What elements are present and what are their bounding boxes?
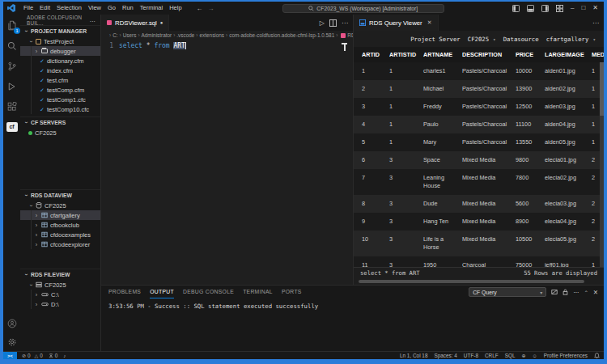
toggle-sidebar-icon[interactable] [512, 5, 520, 12]
qv-more-icon[interactable]: ⋯ [592, 19, 599, 27]
tree-item-datasource[interactable]: › cfbookclub [20, 220, 100, 230]
table-row[interactable]: 83DudeMixed Media5600elecia03.jpg2 [354, 195, 604, 213]
breadcrumb-file[interactable]: ›RDSViewer.sql [334, 32, 353, 38]
errors-warnings[interactable]: ⊘0 △0 [22, 353, 43, 358]
coldfusion-view-icon[interactable]: cf [6, 121, 18, 133]
datasource-select[interactable]: cfartgallery▾ [546, 36, 596, 43]
tab-rdsviewer-sql[interactable]: RDSViewer.sql ● [101, 15, 169, 31]
table-row[interactable]: 103Life is a HorseMixed Media10500elecia… [354, 231, 604, 256]
breadcrumb-item[interactable]: ›extensions [194, 32, 224, 38]
language-status-icon[interactable]: ⊕ [521, 353, 525, 358]
menu-item[interactable]: Help [166, 4, 185, 11]
section-header-rds-dataview[interactable]: ›RDS DATAVIEW [20, 190, 100, 201]
table-row[interactable]: 51MaryPastels/Charcoal13550aiden05.jpg1 [354, 133, 604, 151]
lock-scroll-icon[interactable] [562, 289, 568, 295]
ports-indicator[interactable]: 0 [49, 353, 58, 358]
toggle-panel-icon[interactable] [527, 5, 534, 12]
status-item[interactable]: UTF-8 [464, 353, 478, 358]
output-channel-select[interactable]: CF Query▾ [469, 287, 546, 297]
tree-item-folder-debugger[interactable]: › debugger [20, 46, 100, 56]
column-header[interactable]: ARTID [362, 47, 389, 62]
minimize-button[interactable]: – [571, 2, 574, 15]
status-item[interactable]: Ln 1, Col 18 [400, 353, 427, 358]
column-header[interactable]: LARGEIMAGE [545, 47, 592, 62]
tree-item-datasource[interactable]: › cfcodeexplorer [20, 239, 100, 249]
table-row[interactable]: 73Leaning HouseMixed Media7800elecia02.j… [354, 169, 604, 195]
menu-item[interactable]: Edit [36, 4, 53, 11]
table-row[interactable]: 21MichaelPastels/Charcoal13900aiden02.jp… [354, 80, 604, 98]
tab-rds-query-viewer[interactable]: RDS Query Viewer ✕ [354, 15, 439, 31]
project-server-select[interactable]: CF2025▾ [468, 36, 496, 43]
section-header-rds-fileview[interactable]: ›RDS FILEVIEW [20, 269, 100, 280]
clear-output-icon[interactable] [551, 289, 558, 295]
column-header[interactable]: DESCRIPTION [462, 47, 516, 62]
notifications-bell-icon[interactable] [594, 353, 600, 358]
menu-item[interactable]: Selection [53, 4, 85, 11]
search-view-icon[interactable] [6, 40, 18, 52]
tree-item-file[interactable]: ✓ test.cfm [20, 75, 100, 85]
restore-button[interactable]: □ [581, 2, 585, 15]
nav-back-icon[interactable]: ← [197, 5, 203, 12]
status-item[interactable]: CRLF [485, 353, 499, 358]
command-center-search[interactable]: CF2023_WS (Workspace) [Administrator] [282, 4, 444, 13]
explorer-icon[interactable]: 1 [6, 19, 18, 32]
section-header-project-manager[interactable]: ›PROJECT MANAGER [20, 26, 100, 36]
menu-item[interactable]: Terminal [137, 4, 166, 11]
panel-tab[interactable]: PORTS [282, 286, 302, 298]
run-file-icon[interactable]: ▷ [320, 19, 325, 27]
remote-indicator[interactable]: >< [3, 352, 17, 360]
source-control-icon[interactable] [6, 60, 18, 72]
column-header[interactable]: PRICE [516, 47, 545, 62]
code-editor[interactable]: 1 select * from ART [101, 40, 353, 285]
menu-item[interactable]: Go [104, 4, 119, 11]
tree-item-file[interactable]: ✓ dictionary.cfm [20, 56, 100, 66]
tree-item-dataview-server[interactable]: › CF2025 [20, 201, 100, 210]
table-row[interactable]: 63SpaceMixed Media9800elecia01.jpg2 [354, 151, 604, 169]
table-body[interactable]: 11charles1Pastels/Charcoal10000aiden01.j… [354, 62, 604, 267]
table-row[interactable]: 31FreddyPastels/Charcoal12500aiden03.jpg… [354, 98, 604, 116]
profile-preferences[interactable]: Profile Preferences [544, 353, 588, 358]
close-panel-icon[interactable]: ✕ [593, 289, 598, 296]
extensions-icon[interactable] [6, 100, 18, 112]
column-header[interactable]: ARTNAME [423, 47, 462, 62]
column-header[interactable]: MEDIAID [592, 47, 604, 62]
tree-item-file[interactable]: ✓ testComp10.cfc [20, 104, 100, 114]
tree-item-file[interactable]: ✓ testComp1.cfc [20, 95, 100, 104]
close-button[interactable]: ✕ [592, 2, 598, 15]
run-debug-icon[interactable] [6, 80, 18, 92]
editor-more-icon[interactable]: ⋯ [342, 19, 348, 27]
table-row[interactable]: 11charles1Pastels/Charcoal10000aiden01.j… [354, 62, 604, 80]
maximize-panel-icon[interactable]: ⌃ [584, 290, 588, 295]
output-log[interactable]: 3:53:56 PM - Success :: SQL statement ex… [101, 298, 604, 351]
horizontal-scrollbar[interactable] [354, 278, 604, 285]
toggle-secondary-sidebar-icon[interactable] [541, 5, 549, 12]
tree-item-file[interactable]: ✓ index.cfm [20, 66, 100, 75]
panel-tab[interactable]: TERMINAL [243, 286, 273, 298]
status-item[interactable]: Spaces: 4 [434, 353, 456, 358]
breadcrumb-item[interactable]: ›C: [108, 32, 118, 38]
split-editor-icon[interactable] [329, 19, 337, 27]
panel-tab[interactable]: PROBLEMS [108, 286, 141, 298]
tree-item-file[interactable]: ✓ testComp.cfm [20, 85, 100, 95]
tree-item-datasource[interactable]: › cfdocexamples [20, 230, 100, 239]
menu-item[interactable]: File [20, 4, 36, 11]
breadcrumb-item[interactable]: ›Administrator [136, 32, 172, 38]
tree-item-drive[interactable]: › D:\ [20, 299, 100, 309]
status-item[interactable]: SQL [505, 353, 516, 358]
column-header[interactable]: ARTISTID [389, 47, 423, 62]
account-icon[interactable] [6, 317, 18, 329]
menu-item[interactable]: View [85, 4, 104, 11]
customize-layout-icon[interactable] [556, 5, 563, 12]
nav-forward-icon[interactable]: → [208, 5, 214, 12]
breadcrumb-item[interactable]: ›.vscode [172, 32, 194, 38]
close-tab-icon[interactable]: ✕ [427, 19, 432, 26]
table-row[interactable]: 93Hang TenMixed Media8900elecia04.jpg2 [354, 213, 604, 231]
tree-item-drive[interactable]: › C:\ [20, 290, 100, 299]
tree-item-cf-server[interactable]: CF2025 [20, 128, 100, 138]
tree-item-datasource[interactable]: › cfartgallery [20, 210, 100, 220]
modified-dot-icon[interactable]: ● [160, 20, 163, 25]
sidebar-more-icon[interactable]: ... [90, 16, 96, 23]
panel-tab[interactable]: DEBUG CONSOLE [183, 286, 234, 298]
tree-item-fileview-server[interactable]: › CF2025 [20, 280, 100, 290]
music-note-icon[interactable]: ♪ [63, 353, 66, 358]
